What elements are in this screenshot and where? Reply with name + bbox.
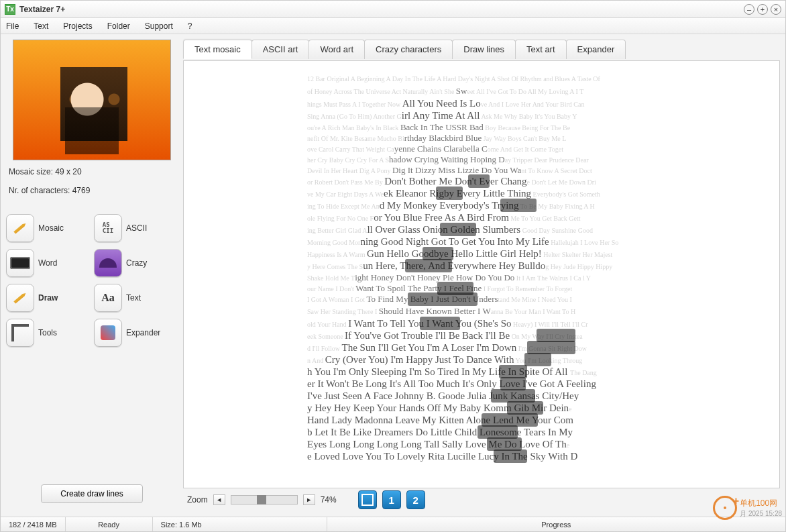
- watermark-logo-icon: [713, 496, 737, 520]
- palette-mosaic[interactable]: Mosaic: [6, 214, 90, 242]
- status-state: Ready: [66, 517, 153, 531]
- palette-word[interactable]: Word: [6, 249, 90, 277]
- palette-mosaic-icon: [6, 214, 34, 242]
- zoom-100-button[interactable]: 1: [382, 490, 401, 509]
- watermark: 单机100网 月 2025 15:28: [713, 496, 782, 520]
- app-window: Tx Textaizer 7+ – + × FileTextProjectsFo…: [0, 0, 786, 532]
- canvas-line: er It Won't Be Long It's All Too Much It…: [307, 378, 656, 390]
- canvas-dark-run: [487, 437, 522, 451]
- status-memory: 182 / 2418 MB: [1, 517, 66, 531]
- palette-mosaic-label: Mosaic: [38, 223, 64, 233]
- palette-expander-label: Expander: [126, 328, 160, 337]
- char-count-label: Nr. of characters: 4769: [6, 183, 178, 198]
- canvas-line: Sing Anna (Go To Him) Another Girl Any T…: [307, 110, 656, 121]
- canvas-dark-run: [440, 223, 476, 236]
- palette-ascii-icon: AS CII: [94, 214, 122, 242]
- content-area: Mosaic size: 49 x 20 Nr. of characters: …: [1, 34, 785, 517]
- create-draw-lines-button[interactable]: Create draw lines: [41, 484, 142, 503]
- canvas-line: e Loved Love You To Lovely Rita Lucille …: [307, 451, 656, 462]
- canvas-line: hings Must Pass A I Together Now All You…: [307, 98, 656, 109]
- status-size: Size: 1.6 Mb: [153, 517, 327, 531]
- canvas-dark-run: [482, 413, 538, 427]
- tab-strip: Text mosaicASCII artWord artCrazy charac…: [183, 40, 780, 59]
- canvas-line: eek Someone If You've Got Trouble I'll B…: [307, 330, 656, 341]
- mosaic-size-label: Mosaic size: 49 x 20: [6, 164, 178, 179]
- canvas-line: ole Flying For No One For You Blue Free …: [307, 212, 656, 223]
- zoom-slider[interactable]: [231, 495, 298, 504]
- palette-crazy-label: Crazy: [126, 258, 147, 268]
- canvas-line: Saw Her Standing There I Should Have Kno…: [307, 306, 656, 317]
- menu-support[interactable]: Support: [142, 20, 176, 32]
- canvas-line: ve My Car Eight Days A Week Eleanor Rigb…: [307, 188, 656, 199]
- zoom-value: 74%: [321, 495, 337, 504]
- palette-tools-label: Tools: [38, 328, 57, 337]
- canvas-line: Morning Good Morning Good Night Got To G…: [307, 236, 656, 248]
- palette-expander[interactable]: Expander: [94, 319, 178, 347]
- menu-folder[interactable]: Folder: [105, 20, 133, 32]
- mode-palette: MosaicAS CIIASCIIWordCrazyDrawAaTextTool…: [6, 214, 178, 347]
- canvas-line: ove Carol Carry That Weight Cayenne Chai…: [307, 144, 656, 154]
- canvas-dark-run: [494, 449, 527, 463]
- tab-expander[interactable]: Expander: [566, 40, 626, 59]
- canvas-dark-run: [500, 199, 537, 212]
- canvas-dark-run: [420, 317, 460, 330]
- tab-crazy-characters[interactable]: Crazy characters: [364, 40, 453, 59]
- tab-word-art[interactable]: Word art: [308, 40, 365, 59]
- zoom-slider-thumb[interactable]: [257, 495, 266, 504]
- zoom-out-button[interactable]: ◄: [213, 494, 225, 505]
- zoom-200-button[interactable]: 2: [406, 490, 425, 509]
- canvas-dark-run: [500, 377, 526, 390]
- zoom-fit-button[interactable]: [358, 490, 377, 509]
- palette-text[interactable]: AaText: [94, 284, 178, 312]
- zoom-label: Zoom: [187, 495, 208, 504]
- canvas-line: I Got A Woman I Got To Find My Baby I Ju…: [307, 294, 656, 305]
- palette-draw[interactable]: Draw: [6, 284, 90, 312]
- source-image-preview[interactable]: [13, 40, 171, 160]
- palette-word-label: Word: [38, 258, 57, 268]
- palette-draw-icon: [6, 284, 34, 312]
- palette-word-icon: [6, 249, 34, 277]
- canvas-line: 12 Bar Original A Beginning A Day In The…: [307, 75, 656, 83]
- app-icon: Tx: [5, 4, 15, 15]
- tab-text-mosaic[interactable]: Text mosaic: [183, 40, 252, 59]
- tab-text-art[interactable]: Text art: [515, 40, 567, 59]
- palette-ascii[interactable]: AS CIIASCII: [94, 214, 178, 242]
- canvas-line: I've Just Seen A Face Johnny B. Goode Ju…: [307, 390, 656, 402]
- palette-crazy[interactable]: Crazy: [94, 249, 178, 277]
- canvas-line: d I'll Follow The Sun I'll Get You I'm A…: [307, 342, 656, 354]
- canvas-line: old Your Hand I Want To Tell You I Want …: [307, 318, 656, 329]
- zoom-bar: Zoom ◄ ► 74% 1 2: [183, 488, 780, 511]
- palette-crazy-icon: [94, 249, 122, 277]
- maximize-button[interactable]: +: [757, 4, 768, 15]
- canvas-line: h You I'm Only Sleeping I'm So Tired In …: [307, 366, 656, 378]
- canvas-line: nefit Of Mr. Kite Besame Mucho Birthday …: [307, 133, 656, 144]
- canvas-dark-run: [491, 389, 535, 403]
- tab-draw-lines[interactable]: Draw lines: [452, 40, 516, 59]
- menu-file[interactable]: File: [3, 20, 21, 32]
- canvas-dark-run: [527, 341, 575, 354]
- canvas-line: Eyes Long Long Long Long Tall Sally Love…: [307, 439, 656, 450]
- minimize-button[interactable]: –: [744, 4, 754, 15]
- zoom-in-button[interactable]: ►: [303, 494, 315, 505]
- palette-tools[interactable]: Tools: [6, 319, 90, 347]
- close-button[interactable]: ×: [771, 4, 781, 15]
- canvas-dark-run: [436, 187, 463, 200]
- canvas-dark-run: [499, 365, 527, 378]
- canvas-dark-run: [468, 174, 490, 188]
- menu-text[interactable]: Text: [31, 20, 51, 32]
- statusbar: 182 / 2418 MB Ready Size: 1.6 Mb Progres…: [1, 517, 785, 531]
- palette-text-icon: Aa: [94, 284, 122, 312]
- menu-help[interactable]: ?: [185, 20, 195, 32]
- canvas-dark-run: [524, 353, 551, 366]
- canvas-line: our Name I Don't Want To Spoil The Party…: [307, 283, 656, 294]
- canvas-dark-run: [537, 329, 575, 342]
- right-panel: Text mosaicASCII artWord artCrazy charac…: [183, 40, 780, 511]
- canvas-dark-run: [478, 425, 518, 439]
- canvas-viewport[interactable]: 12 Bar Original A Beginning A Day In The…: [183, 60, 780, 488]
- canvas-line: ou're A Rich Man Baby's In Black Back In…: [307, 122, 656, 133]
- menu-projects[interactable]: Projects: [60, 20, 95, 32]
- canvas-line: of Honey Across The Universe Act Natural…: [307, 86, 656, 97]
- watermark-date: 月 2025 15:28: [740, 509, 782, 519]
- tab-ascii-art[interactable]: ASCII art: [251, 40, 310, 59]
- canvas-line: y Hey Hey Keep Your Hands Off My Baby Ko…: [307, 403, 656, 414]
